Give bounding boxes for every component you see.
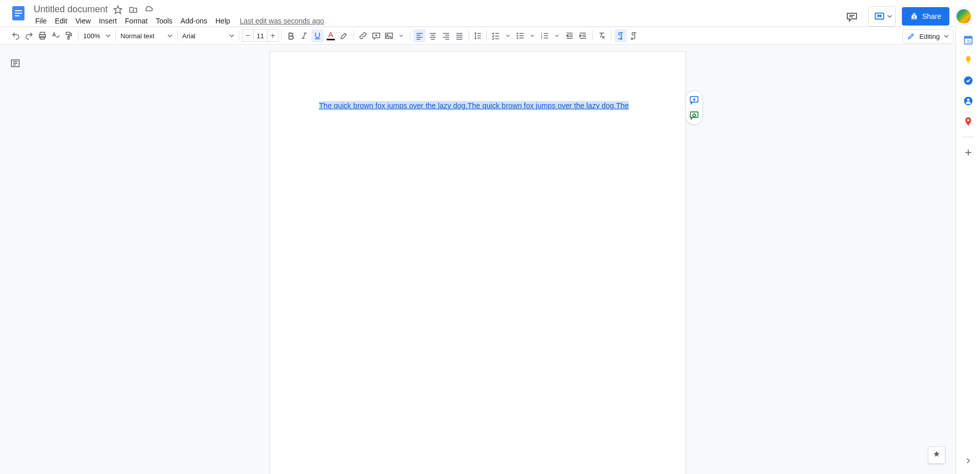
mode-label: Editing xyxy=(919,33,940,40)
indent-increase-button[interactable] xyxy=(577,29,589,42)
align-justify-button[interactable] xyxy=(453,29,465,42)
editing-mode-combo[interactable]: Editing xyxy=(902,29,953,43)
numbered-list-split: 123 xyxy=(538,29,563,42)
svg-rect-14 xyxy=(68,37,69,39)
toolbar: 100% Normal text Arial − + A xyxy=(0,27,980,45)
align-right-button[interactable] xyxy=(440,29,452,42)
checklist-dropdown[interactable] xyxy=(502,29,514,42)
separator xyxy=(592,31,593,41)
bullet-list-dropdown[interactable] xyxy=(526,29,538,42)
share-button[interactable]: Share xyxy=(902,7,949,26)
svg-rect-50 xyxy=(520,38,524,39)
separator xyxy=(239,31,239,41)
svg-text:31: 31 xyxy=(966,39,971,44)
svg-rect-1 xyxy=(15,10,22,11)
bold-button[interactable] xyxy=(285,29,297,42)
paint-format-button[interactable] xyxy=(63,29,75,42)
redo-button[interactable] xyxy=(23,29,35,42)
menu-view[interactable]: View xyxy=(72,16,94,26)
add-addon-icon[interactable] xyxy=(963,147,973,158)
share-label: Share xyxy=(922,12,941,20)
font-size-decrease[interactable]: − xyxy=(242,30,253,42)
align-left-button[interactable] xyxy=(413,29,426,42)
menu-help[interactable]: Help xyxy=(212,16,234,26)
clear-formatting-button[interactable] xyxy=(596,29,608,42)
menu-format[interactable]: Format xyxy=(121,16,151,26)
bullet-list-button[interactable] xyxy=(514,29,526,42)
page-content[interactable]: The quick brown fox jumps over the lazy … xyxy=(319,101,636,111)
underline-button[interactable] xyxy=(311,29,324,42)
insert-image-button[interactable] xyxy=(383,29,395,42)
paragraph-style-combo[interactable]: Normal text xyxy=(118,29,175,42)
selected-text[interactable]: The quick brown fox jumps over the lazy … xyxy=(319,101,629,110)
menu-bar: File Edit View Insert Format Tools Add-o… xyxy=(32,15,842,26)
zoom-value: 100% xyxy=(83,32,100,40)
document-text[interactable]: The quick brown fox jumps over the lazy … xyxy=(319,101,629,110)
font-size-input[interactable] xyxy=(253,30,267,42)
separator xyxy=(115,31,116,41)
style-value: Normal text xyxy=(120,32,154,40)
indent-decrease-button[interactable] xyxy=(564,29,576,42)
explore-button[interactable] xyxy=(928,446,945,464)
menu-file[interactable]: File xyxy=(32,16,51,26)
cloud-status-icon[interactable] xyxy=(143,5,154,15)
title-row: Untitled document xyxy=(32,3,842,15)
svg-point-47 xyxy=(517,37,518,39)
align-center-button[interactable] xyxy=(427,29,439,42)
numbered-list-dropdown[interactable] xyxy=(551,29,563,42)
insert-comment-button[interactable] xyxy=(370,29,382,42)
svg-point-80 xyxy=(967,98,969,101)
line-spacing-split xyxy=(472,29,484,42)
italic-button[interactable] xyxy=(298,29,310,42)
separator xyxy=(78,31,79,41)
print-button[interactable] xyxy=(36,29,48,42)
insert-link-button[interactable] xyxy=(357,29,369,42)
highlight-color-button[interactable] xyxy=(338,29,350,42)
svg-rect-76 xyxy=(964,36,972,38)
svg-line-17 xyxy=(303,33,306,39)
separator xyxy=(281,31,282,41)
line-spacing-button[interactable] xyxy=(472,29,484,42)
add-comment-icon[interactable] xyxy=(688,94,700,106)
side-panel-collapse-icon[interactable] xyxy=(963,456,973,466)
star-icon[interactable] xyxy=(113,5,123,15)
calendar-icon[interactable]: 31 xyxy=(963,35,973,45)
contacts-icon[interactable] xyxy=(963,96,973,106)
move-icon[interactable] xyxy=(128,5,138,15)
keep-icon[interactable] xyxy=(963,55,973,65)
spellcheck-button[interactable] xyxy=(50,29,62,42)
last-edit-link[interactable]: Last edit was seconds ago xyxy=(240,17,324,25)
page[interactable]: The quick brown fox jumps over the lazy … xyxy=(270,51,686,474)
insert-image-split xyxy=(383,29,407,42)
maps-icon[interactable] xyxy=(963,116,973,127)
numbered-list-button[interactable]: 123 xyxy=(538,29,551,42)
menu-insert[interactable]: Insert xyxy=(95,16,120,26)
undo-button[interactable] xyxy=(10,29,22,42)
menu-tools[interactable]: Tools xyxy=(152,16,176,26)
checklist-button[interactable] xyxy=(489,29,502,42)
insert-image-dropdown[interactable] xyxy=(395,29,407,42)
ltr-button[interactable] xyxy=(615,29,627,42)
zoom-combo[interactable]: 100% xyxy=(81,29,113,42)
svg-rect-48 xyxy=(520,33,524,34)
font-size-increase[interactable]: + xyxy=(267,30,279,42)
comment-history-icon[interactable] xyxy=(842,6,862,27)
avatar[interactable] xyxy=(955,8,972,24)
svg-rect-13 xyxy=(66,32,70,35)
tasks-icon[interactable] xyxy=(963,76,973,86)
svg-point-81 xyxy=(967,119,969,121)
suggest-edit-icon[interactable] xyxy=(688,109,700,121)
menu-edit[interactable]: Edit xyxy=(52,16,71,26)
present-button[interactable] xyxy=(868,6,896,27)
document-outline-button[interactable] xyxy=(9,57,21,69)
document-title[interactable]: Untitled document xyxy=(34,4,108,15)
text-color-button[interactable]: A xyxy=(325,29,337,42)
font-combo[interactable]: Arial xyxy=(180,29,236,42)
menu-addons[interactable]: Add-ons xyxy=(177,16,211,26)
svg-rect-8 xyxy=(913,16,915,18)
checklist-split xyxy=(489,29,514,42)
docs-icon[interactable] xyxy=(8,3,29,23)
rtl-button[interactable] xyxy=(628,29,640,42)
separator xyxy=(486,31,487,41)
separator xyxy=(469,31,469,41)
